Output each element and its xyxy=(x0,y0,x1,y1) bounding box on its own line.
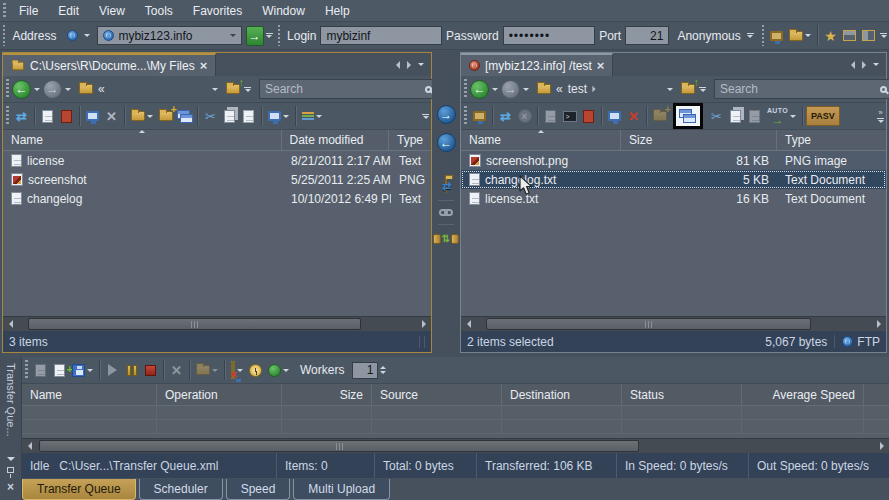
schedule-button[interactable]: ✕ xyxy=(228,362,246,378)
menu-view[interactable]: View xyxy=(89,2,135,20)
cut-icon[interactable]: ✂ xyxy=(707,107,726,126)
queue-column-operation[interactable]: Operation xyxy=(157,384,282,405)
go-button[interactable]: → xyxy=(246,26,264,46)
local-tab[interactable]: C:\Users\R\Docume...\My Files × xyxy=(3,53,216,76)
view-mode-button[interactable] xyxy=(299,111,325,121)
rename-icon[interactable] xyxy=(605,107,624,126)
scroll-tabs-right-icon[interactable] xyxy=(407,61,411,69)
remote-search-box[interactable] xyxy=(714,79,889,99)
scrollbar-thumb[interactable] xyxy=(28,318,361,330)
toolbar-grip[interactable] xyxy=(464,79,467,99)
toolbar-grip[interactable] xyxy=(3,3,6,18)
rename-icon[interactable] xyxy=(83,107,102,126)
queue-column-average-speed[interactable]: Average Speed xyxy=(742,384,864,405)
menu-edit[interactable]: Edit xyxy=(48,2,89,20)
tab-transfer-queue[interactable]: Transfer Queue xyxy=(22,479,136,500)
toolbar-grip[interactable] xyxy=(6,79,9,99)
connect-icon[interactable] xyxy=(470,107,489,126)
queue-folder-button[interactable] xyxy=(193,364,221,376)
stop-icon[interactable]: × xyxy=(515,107,534,126)
menu-favorites[interactable]: Favorites xyxy=(183,2,252,20)
file-row[interactable]: license 8/21/2011 2:17 AM Text xyxy=(3,151,431,170)
workers-stepper[interactable]: 1 xyxy=(352,362,386,379)
pin-icon[interactable] xyxy=(7,467,14,473)
queue-column-source[interactable]: Source xyxy=(372,384,502,405)
toolbar-overflow-button[interactable] xyxy=(420,112,431,121)
up-one-level-icon[interactable]: ↑ xyxy=(223,80,242,99)
add-to-queue-icon[interactable]: + xyxy=(50,361,69,380)
workers-value[interactable]: 1 xyxy=(352,362,378,379)
queue-column-name[interactable]: Name xyxy=(22,384,157,405)
site-profiles-button[interactable] xyxy=(786,30,814,42)
copy-icon[interactable] xyxy=(726,107,745,126)
file-row[interactable]: screenshot.png 81 KB PNG image xyxy=(461,151,886,170)
local-path-breadcrumb[interactable]: « xyxy=(74,79,223,100)
start-queue-icon[interactable] xyxy=(103,361,122,380)
remote-path-breadcrumb[interactable]: « test xyxy=(532,79,678,100)
copy-icon[interactable] xyxy=(220,107,239,126)
paste-icon[interactable] xyxy=(745,107,764,126)
local-horizontal-scrollbar[interactable] xyxy=(3,316,431,331)
file-row[interactable]: changelog 10/10/2012 6:49 PM Text xyxy=(3,189,431,208)
toolbar-grip[interactable] xyxy=(464,106,467,126)
folder-windows-highlighted-icon[interactable] xyxy=(673,103,703,129)
queue-column-destination[interactable]: Destination xyxy=(502,384,622,405)
open-in-browser-icon[interactable] xyxy=(541,107,560,126)
column-header-type[interactable]: Type xyxy=(777,130,886,150)
column-header-date-modified[interactable]: Date modified xyxy=(282,130,389,150)
local-search-input[interactable] xyxy=(265,82,420,96)
chevron-down-icon[interactable] xyxy=(230,34,236,37)
path-collapse-chevrons[interactable]: « xyxy=(98,82,105,96)
port-field[interactable]: 21 xyxy=(625,26,669,45)
save-queue-button[interactable] xyxy=(69,363,96,378)
menu-file[interactable]: File xyxy=(9,2,48,20)
refresh-icon[interactable]: ⇄ xyxy=(496,107,515,126)
folder-windows-icon[interactable] xyxy=(175,107,194,126)
scroll-tabs-left-icon[interactable] xyxy=(396,61,400,69)
delete-icon[interactable]: ✕ xyxy=(624,107,643,126)
split-horizontal-icon[interactable] xyxy=(840,26,859,45)
pasv-mode-button[interactable]: PASV xyxy=(806,106,840,126)
close-tab-icon[interactable]: × xyxy=(200,58,208,73)
open-queue-icon[interactable] xyxy=(31,361,50,380)
back-icon[interactable]: ← xyxy=(12,80,31,99)
tab-list-icon[interactable] xyxy=(418,63,424,66)
close-queue-icon[interactable]: × xyxy=(7,480,14,494)
chevron-down-icon[interactable] xyxy=(212,88,218,91)
tab-list-icon[interactable] xyxy=(873,63,879,66)
toolbar-grip[interactable] xyxy=(25,360,28,380)
password-field[interactable]: •••••••• xyxy=(503,26,596,45)
column-header-name[interactable]: Name xyxy=(3,130,282,150)
login-field[interactable]: mybizinf xyxy=(320,26,442,45)
scroll-right-icon[interactable] xyxy=(871,317,886,331)
delete-icon[interactable]: ✕ xyxy=(102,107,121,126)
transfer-mode-auto-button[interactable]: AUTO → xyxy=(764,106,799,127)
breadcrumb-arrow-icon[interactable] xyxy=(592,86,595,92)
remote-horizontal-scrollbar[interactable] xyxy=(461,316,886,331)
archive-icon[interactable] xyxy=(57,107,76,126)
column-header-name[interactable]: Name xyxy=(461,130,621,150)
stop-queue-icon[interactable] xyxy=(141,361,160,380)
scroll-left-icon[interactable] xyxy=(22,439,37,453)
breadcrumb-segment[interactable]: test xyxy=(568,82,587,96)
new-folder-icon[interactable]: + xyxy=(650,107,669,126)
new-folder-icon[interactable]: + xyxy=(156,107,175,126)
up-one-level-icon[interactable]: ↑ xyxy=(678,80,697,99)
forward-icon[interactable]: → xyxy=(501,80,520,99)
toolbar-grip[interactable] xyxy=(3,25,5,46)
split-vertical-icon[interactable] xyxy=(859,26,878,45)
column-header-type[interactable]: Type xyxy=(389,130,431,150)
toolbar-grip[interactable] xyxy=(6,106,9,126)
compare-folders-icon[interactable]: ⇅ xyxy=(433,233,459,244)
tab-multi-upload[interactable]: Multi Upload xyxy=(293,479,390,500)
toolbar-grip[interactable] xyxy=(278,25,280,46)
folder-menu-button[interactable] xyxy=(128,110,156,122)
toolbar-overflow-button[interactable] xyxy=(745,31,756,40)
archive-icon[interactable] xyxy=(579,107,598,126)
toolbar-overflow-button[interactable] xyxy=(878,31,889,40)
transfer-queue-side-label[interactable]: Transfer Que... xyxy=(5,363,17,457)
scroll-tabs-left-icon[interactable] xyxy=(851,61,855,69)
chevron-down-icon[interactable] xyxy=(667,88,673,91)
back-history-icon[interactable] xyxy=(34,88,40,91)
queue-column-size[interactable]: Size xyxy=(282,384,372,405)
